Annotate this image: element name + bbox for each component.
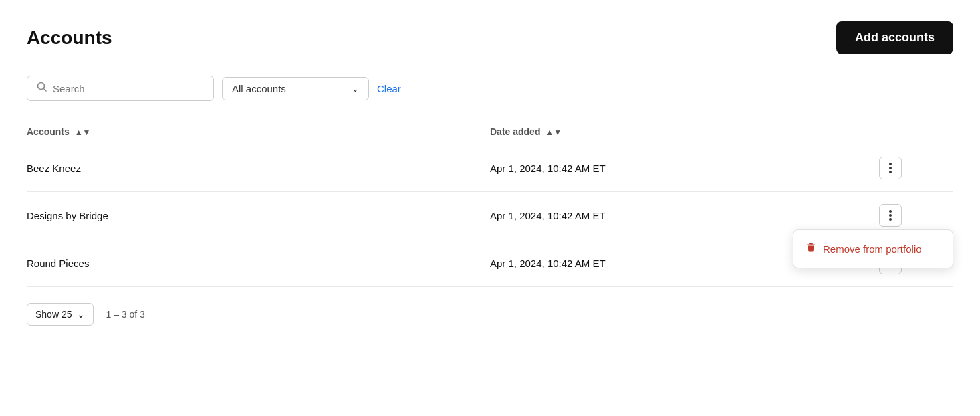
clear-link[interactable]: Clear <box>377 83 401 94</box>
pagination-bar: Show 25 ⌄ 1 – 3 of 3 <box>27 303 953 326</box>
account-name: Beez Kneez <box>27 144 490 192</box>
table-row: Beez KneezApr 1, 2024, 10:42 AM ET <box>27 144 953 192</box>
filters-bar: All accounts ⌄ Clear <box>27 76 953 101</box>
context-menu: Remove from portfolio <box>793 229 953 268</box>
actions-cell: Remove from portfolio <box>879 192 953 239</box>
show-per-page-dropdown[interactable]: Show 25 ⌄ <box>27 303 94 326</box>
svg-line-1 <box>44 89 47 92</box>
page-title: Accounts <box>27 27 112 49</box>
all-accounts-dropdown[interactable]: All accounts ⌄ <box>222 77 369 100</box>
account-name: Designs by Bridge <box>27 192 490 239</box>
remove-label: Remove from portfolio <box>823 243 922 255</box>
accounts-table: Accounts ▲▼ Date added ▲▼ Beez KneezApr … <box>27 120 953 287</box>
more-options-button[interactable] <box>879 157 902 179</box>
sort-icon-date[interactable]: ▲▼ <box>545 128 562 137</box>
col-header-date: Date added ▲▼ <box>490 120 879 144</box>
trash-icon <box>806 242 816 255</box>
account-date: Apr 1, 2024, 10:42 AM ET <box>490 144 879 192</box>
search-icon <box>37 82 47 95</box>
svg-rect-3 <box>807 245 815 245</box>
actions-cell <box>879 144 953 192</box>
col-header-actions <box>879 120 953 144</box>
more-options-button[interactable] <box>879 204 902 227</box>
search-wrapper <box>27 76 214 101</box>
sort-icon-accounts[interactable]: ▲▼ <box>75 128 91 137</box>
show-label: Show 25 <box>35 309 72 320</box>
dropdown-label: All accounts <box>232 83 286 94</box>
table-row: Designs by BridgeApr 1, 2024, 10:42 AM E… <box>27 192 953 239</box>
col-header-accounts: Accounts ▲▼ <box>27 120 490 144</box>
search-input[interactable] <box>53 83 204 94</box>
page-header: Accounts Add accounts <box>27 21 953 54</box>
account-name: Round Pieces <box>27 239 490 287</box>
add-accounts-button[interactable]: Add accounts <box>836 21 953 54</box>
page-info: 1 – 3 of 3 <box>106 309 144 320</box>
chevron-down-icon: ⌄ <box>77 309 85 320</box>
remove-from-portfolio-item[interactable]: Remove from portfolio <box>793 234 953 264</box>
svg-rect-2 <box>809 243 813 245</box>
chevron-down-icon: ⌄ <box>352 84 359 94</box>
